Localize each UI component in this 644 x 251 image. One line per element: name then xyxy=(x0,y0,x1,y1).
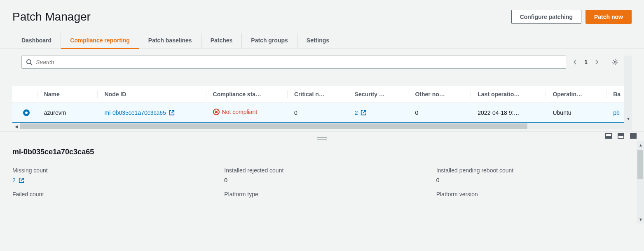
cell-other: 0 xyxy=(408,103,471,123)
page-number: 1 xyxy=(584,59,588,65)
search-input[interactable] xyxy=(36,59,562,65)
panel-dock-split-button[interactable] xyxy=(618,133,624,139)
cell-critical: 0 xyxy=(288,103,348,123)
details-title: mi-0b035ce1a70c3ca65 xyxy=(12,148,632,156)
panel-splitter[interactable] xyxy=(0,132,644,141)
missing-count-value[interactable]: 2 xyxy=(12,177,208,184)
horizontal-scrollbar[interactable]: ◀ ▶ xyxy=(12,123,632,130)
compliance-status-label: Not compliant xyxy=(222,109,258,115)
lastop-column-header[interactable]: Last operatio… xyxy=(471,86,546,103)
platform-type-label: Platform type xyxy=(224,191,419,198)
svg-point-2 xyxy=(614,61,616,63)
installed-rejected-value: 0 xyxy=(224,177,419,184)
gear-icon[interactable] xyxy=(612,59,618,65)
select-column-header xyxy=(12,86,37,103)
tab-patches[interactable]: Patches xyxy=(201,33,242,49)
compliance-status: Not compliant xyxy=(213,109,258,115)
scroll-thumb[interactable] xyxy=(20,123,527,129)
scroll-down-icon[interactable]: ▼ xyxy=(639,217,643,222)
search-box[interactable] xyxy=(21,56,566,69)
tab-patch-groups[interactable]: Patch groups xyxy=(242,33,297,49)
compliance-column-header[interactable]: Compliance sta… xyxy=(206,86,288,103)
external-link-icon[interactable] xyxy=(361,110,366,116)
patch-now-button[interactable]: Patch now xyxy=(585,10,632,24)
security-count-link[interactable]: 2 xyxy=(355,109,358,116)
configure-patching-button[interactable]: Configure patching xyxy=(511,10,581,24)
next-page-icon[interactable] xyxy=(593,59,600,65)
name-column-header[interactable]: Name xyxy=(37,86,98,103)
instances-table: Name Node ID Compliance sta… Critical n…… xyxy=(12,86,632,123)
security-column-header[interactable]: Security … xyxy=(348,86,409,103)
nodeid-column-header[interactable]: Node ID xyxy=(98,86,206,103)
tab-settings[interactable]: Settings xyxy=(297,33,338,49)
page-title: Patch Manager xyxy=(12,10,91,23)
svg-point-0 xyxy=(27,60,31,64)
cell-os: Ubuntu xyxy=(546,103,607,123)
cell-name: azurevm xyxy=(37,103,98,123)
pending-reboot-label: Installed pending reboot count xyxy=(436,167,632,174)
external-link-icon[interactable] xyxy=(169,110,175,116)
baseline-link[interactable]: pb xyxy=(613,109,620,116)
installed-rejected-label: Installed rejected count xyxy=(224,167,419,174)
svg-line-1 xyxy=(30,63,32,65)
pagination: 1 xyxy=(566,59,606,65)
cell-lastop: 2022-04-18 9:… xyxy=(471,103,546,123)
external-link-icon[interactable] xyxy=(19,177,24,183)
missing-count-label: Missing count xyxy=(12,167,208,174)
panel-dock-bottom-button[interactable] xyxy=(605,133,612,139)
os-column-header[interactable]: Operatin… xyxy=(546,86,607,103)
drag-handle-icon[interactable] xyxy=(317,137,327,140)
other-column-header[interactable]: Other no… xyxy=(408,86,471,103)
critical-column-header[interactable]: Critical n… xyxy=(288,86,348,103)
table-row[interactable]: azurevm mi-0b035ce1a70c3ca65 Not complia… xyxy=(12,103,632,123)
error-icon xyxy=(213,109,220,115)
scroll-track[interactable] xyxy=(20,123,624,129)
prev-page-icon[interactable] xyxy=(572,59,578,65)
nodeid-link[interactable]: mi-0b035ce1a70c3ca65 xyxy=(104,109,166,116)
scroll-down-icon[interactable]: ▼ xyxy=(626,116,630,121)
tab-patch-baselines[interactable]: Patch baselines xyxy=(139,33,201,49)
tabs-row: Dashboard Compliance reporting Patch bas… xyxy=(0,24,644,49)
panel-maximize-button[interactable] xyxy=(630,133,637,139)
scroll-thumb[interactable] xyxy=(637,150,643,179)
scroll-left-icon[interactable]: ◀ xyxy=(13,124,20,129)
details-scrollbar[interactable]: ▲ ▼ xyxy=(637,141,644,223)
platform-version-label: Platform version xyxy=(436,191,632,198)
tab-compliance-reporting[interactable]: Compliance reporting xyxy=(61,33,139,49)
pending-reboot-value: 0 xyxy=(436,177,632,184)
scroll-up-icon[interactable]: ▲ xyxy=(639,143,643,147)
failed-count-label: Failed count xyxy=(12,191,208,198)
search-icon xyxy=(26,59,33,65)
row-radio[interactable] xyxy=(23,109,30,116)
tab-dashboard[interactable]: Dashboard xyxy=(12,33,61,49)
